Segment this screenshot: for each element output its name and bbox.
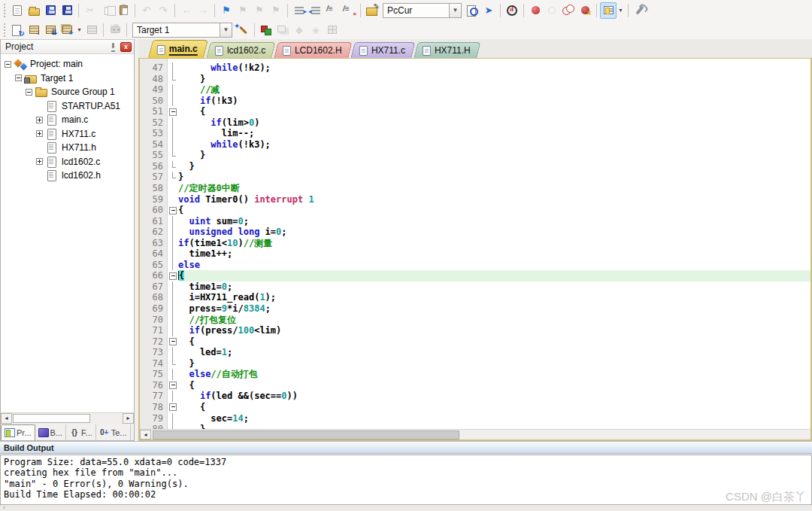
configure-button[interactable]	[632, 2, 648, 19]
code-line-56[interactable]: 56 }	[140, 161, 810, 172]
code-line-52[interactable]: 52 if(lim>0)	[140, 117, 810, 129]
open-file-button[interactable]	[26, 2, 42, 19]
chevron-down-icon[interactable]: ▾	[617, 7, 625, 14]
redo-button[interactable]: ↷	[155, 2, 171, 19]
bookmark-prev-button[interactable]: ⚑	[251, 2, 268, 19]
close-icon[interactable]: x	[120, 42, 132, 52]
breakpoint-disable-all-button[interactable]	[560, 2, 577, 19]
translate-file-button[interactable]	[9, 22, 26, 38]
code-line-68[interactable]: 68 i=HX711_read(1);	[140, 292, 810, 303]
scrollbar-thumb[interactable]	[13, 414, 90, 423]
comment-button[interactable]	[324, 2, 341, 19]
tree-item-project-main[interactable]: Project: main	[1, 57, 134, 71]
breakpoint-toggle-button[interactable]	[527, 2, 544, 19]
breakpoint-enable-button[interactable]	[544, 2, 560, 19]
rebuild-all-button[interactable]	[42, 22, 59, 38]
flag-diamond-a-button[interactable]: ◆	[291, 22, 308, 38]
tree-expander-icon[interactable]	[36, 158, 43, 165]
find-document-button[interactable]	[464, 2, 480, 19]
build-output-log[interactable]: Program Size: data=55.0 xdata=0 code=133…	[0, 455, 812, 505]
tree-expander-icon[interactable]	[36, 117, 43, 123]
tree-item-hx711-c[interactable]: HX711.c	[1, 127, 134, 141]
debug-session-button[interactable]	[504, 2, 520, 19]
build-output-hscrollbar[interactable]: ‹	[0, 505, 812, 511]
code-line-49[interactable]: 49 //减	[140, 84, 810, 96]
tree-expander-icon[interactable]	[26, 89, 32, 96]
paste-button[interactable]	[115, 2, 132, 19]
target-combobox-value[interactable]: Target 1	[132, 23, 220, 38]
bookmark-next-button[interactable]: ⚑	[235, 2, 251, 19]
code-line-70[interactable]: 70 //打包复位	[140, 315, 810, 326]
chevron-down-icon[interactable]: ▼	[449, 3, 462, 18]
indent-button[interactable]	[291, 2, 308, 19]
target-combobox[interactable]: Target 1▼	[132, 23, 232, 38]
code-line-80[interactable]: 80 }	[140, 424, 810, 429]
search-combobox-value[interactable]: PcCur	[383, 3, 449, 18]
chevron-down-icon[interactable]: ▼	[220, 23, 232, 38]
document-tab-lcd1602-h[interactable]: LCD1602.H	[274, 42, 353, 58]
fold-collapse-icon[interactable]	[168, 106, 178, 117]
window-stack-button[interactable]	[274, 22, 291, 38]
fold-collapse-icon[interactable]	[168, 380, 178, 391]
download-flash-button[interactable]	[107, 22, 123, 38]
batch-build-button[interactable]	[59, 22, 75, 38]
code-line-57[interactable]: 57}	[140, 172, 810, 183]
code-line-73[interactable]: 73 led=1;	[140, 347, 810, 358]
code-line-74[interactable]: 74 }	[140, 358, 810, 370]
code-line-51[interactable]: 51 {	[140, 106, 810, 117]
code-line-79[interactable]: 79 sec=14;	[140, 413, 810, 424]
tree-expander-icon[interactable]	[15, 75, 22, 81]
fold-collapse-icon[interactable]	[168, 270, 178, 281]
find-in-files-button[interactable]	[364, 2, 380, 19]
code-line-60[interactable]: 60{	[140, 205, 810, 216]
fold-collapse-icon[interactable]	[168, 402, 178, 413]
save-file-button[interactable]	[42, 2, 59, 19]
uncomment-button[interactable]	[341, 2, 357, 19]
code-line-58[interactable]: 58//定时器0中断	[140, 183, 810, 194]
bookmark-toggle-button[interactable]: ⚑	[218, 2, 235, 19]
bookmark-clear-button[interactable]: ⚑	[268, 2, 284, 19]
nav-forward-button[interactable]: →	[195, 2, 211, 19]
build-target-button[interactable]	[26, 22, 42, 38]
code-line-53[interactable]: 53 lim--;	[140, 128, 810, 139]
panel-tab-pr[interactable]: Pr...	[1, 424, 35, 440]
manage-components-button[interactable]	[258, 22, 274, 38]
tree-expander-icon[interactable]	[36, 130, 43, 137]
options-for-target-button[interactable]	[235, 22, 251, 38]
fold-collapse-icon[interactable]	[168, 205, 178, 216]
tree-item-main-c[interactable]: main.c	[1, 113, 134, 127]
code-line-47[interactable]: 47 while(!k2);	[140, 62, 810, 74]
code-line-67[interactable]: 67 time1=0;	[140, 281, 810, 293]
incremental-find-button[interactable]: ➤	[480, 2, 497, 19]
code-line-77[interactable]: 77 if(led &&(sec==0))	[140, 391, 810, 402]
code-line-64[interactable]: 64 time1++;	[140, 248, 810, 260]
code-view[interactable]: 47 while(!k2);48 }49 //减50 if(!k3)51 {52…	[140, 59, 810, 429]
new-file-button[interactable]	[9, 2, 26, 19]
code-line-61[interactable]: 61 uint sum=0;	[140, 216, 810, 227]
pin-icon[interactable]	[108, 42, 118, 52]
code-line-66[interactable]: 66{	[140, 270, 810, 281]
tree-item-lcd1602-h[interactable]: lcd1602.h	[1, 169, 134, 183]
breakpoint-kill-all-button[interactable]	[577, 2, 593, 19]
tree-item-hx711-h[interactable]: HX711.h	[1, 141, 134, 155]
code-line-48[interactable]: 48 }	[140, 74, 810, 85]
search-combobox[interactable]: PcCur▼	[383, 3, 462, 18]
document-tab-hx711-c[interactable]: HX711.c	[350, 42, 415, 58]
code-line-78[interactable]: 78 {	[140, 402, 810, 413]
code-line-71[interactable]: 71 if(press/100<lim)	[140, 325, 810, 336]
code-line-65[interactable]: 65else	[140, 260, 810, 271]
tree-item-lcd1602-c[interactable]: lcd1602.c	[1, 155, 134, 169]
code-line-54[interactable]: 54 while(!k3);	[140, 139, 810, 151]
document-tab-lcd1602-c[interactable]: lcd1602.c	[206, 42, 276, 58]
stop-build-button[interactable]	[83, 22, 100, 38]
tree-expander-icon[interactable]	[5, 61, 11, 68]
package-view-button[interactable]	[324, 22, 341, 38]
outdent-button[interactable]	[308, 2, 324, 19]
copy-button[interactable]	[98, 2, 115, 19]
build-output-header[interactable]: Build Output	[0, 441, 812, 454]
fold-collapse-icon[interactable]	[168, 336, 178, 348]
panel-tab-te[interactable]: 0+Te...	[96, 424, 131, 440]
editor-hscrollbar[interactable]: ◂	[140, 429, 810, 440]
scrollbar-thumb[interactable]	[153, 430, 459, 440]
cut-button[interactable]: ✂	[82, 2, 98, 19]
